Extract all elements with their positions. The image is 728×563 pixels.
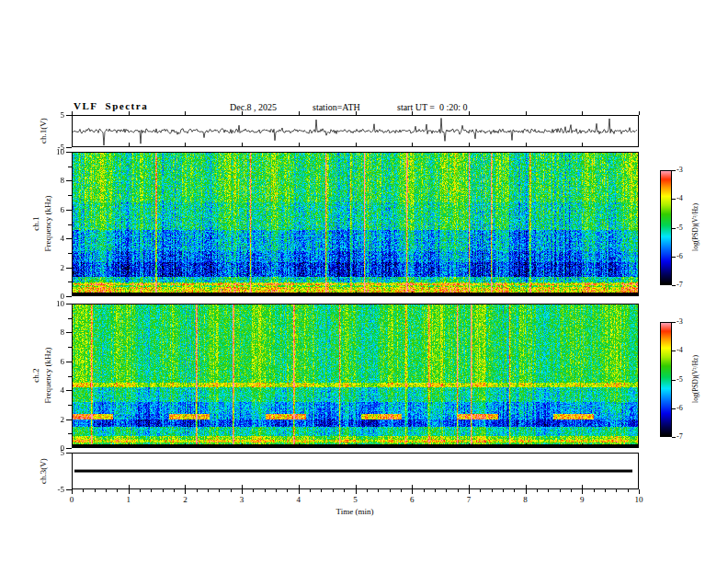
x-minor-tick	[458, 489, 459, 492]
y-minor-tick	[68, 195, 72, 196]
y-tick	[66, 296, 72, 297]
panel-x-tick	[582, 143, 583, 146]
x-tick-label: 6	[403, 496, 421, 504]
x-minor-tick	[435, 489, 436, 492]
panel-x-tick	[299, 485, 300, 488]
colorbar-tick-label: -3	[677, 318, 691, 326]
y-minor-tick	[68, 376, 72, 377]
ch3-voltage-axis-label: ch.3(V)	[40, 458, 48, 484]
x-minor-tick	[197, 489, 198, 492]
y-tick	[66, 268, 72, 269]
x-minor-tick	[605, 489, 606, 492]
y-tick-label: -5	[44, 486, 64, 494]
panel-x-tick	[469, 143, 470, 146]
x-tick	[356, 489, 357, 494]
panel-x-tick	[526, 143, 527, 146]
x-minor-tick	[106, 489, 107, 492]
colorbar-tick	[672, 199, 676, 200]
x-tick-label: 8	[517, 496, 535, 504]
x-minor-tick	[208, 489, 209, 492]
x-minor-tick	[287, 489, 288, 492]
top-x-tick	[582, 111, 583, 115]
panel-x-tick	[526, 292, 527, 295]
x-tick-label: 1	[119, 496, 138, 504]
y-minor-tick	[68, 318, 72, 319]
colorbar-tick-label: -5	[677, 376, 691, 384]
colorbar-ch2-gradient	[661, 323, 671, 436]
x-minor-tick	[219, 489, 220, 492]
y-minor-tick	[68, 224, 72, 225]
y-tick	[66, 362, 72, 362]
vlf-spectra-figure: VLF Spectra Dec.8 , 2025 station=ATH sta…	[0, 0, 728, 563]
x-minor-tick	[83, 489, 84, 492]
y-tick	[66, 210, 72, 211]
panel-x-tick	[356, 143, 357, 146]
colorbar-tick	[672, 408, 676, 409]
y-tick	[66, 238, 72, 239]
colorbar-tick-label: -7	[677, 282, 691, 289]
time-axis-label: Time (min)	[336, 508, 374, 516]
panel-x-tick	[469, 485, 470, 488]
x-minor-tick	[378, 489, 379, 492]
figure-date: Dec.8 , 2025	[230, 103, 277, 112]
x-minor-tick	[390, 489, 391, 492]
x-minor-tick	[446, 489, 447, 492]
x-tick	[469, 489, 470, 494]
ch2-spectrogram-channel-label: ch.2	[32, 368, 40, 382]
ch1-frequency-axis-label: Frequency (kHz)	[44, 195, 52, 251]
top-x-tick	[412, 111, 413, 115]
x-minor-tick	[492, 489, 493, 492]
figure-station: station=ATH	[313, 103, 360, 112]
y-tick-label: 2	[44, 264, 64, 272]
y-tick-label: 5	[44, 449, 64, 457]
x-minor-tick	[503, 489, 504, 492]
ch1-voltage-axis-label: ch.1(V)	[40, 118, 48, 144]
panel-x-tick	[242, 485, 243, 488]
panel-x-tick	[129, 485, 130, 488]
y-minor-tick	[68, 347, 72, 348]
y-minor-tick	[68, 433, 72, 434]
colorbar-tick	[672, 170, 676, 171]
panel-x-tick	[356, 485, 357, 488]
colorbar-tick-label: -7	[677, 433, 691, 441]
x-tick	[299, 489, 300, 494]
x-minor-tick	[628, 489, 629, 492]
figure-start-ut: start UT = 0 :20: 0	[397, 103, 468, 112]
x-minor-tick	[174, 489, 175, 492]
x-tick-label: 3	[233, 496, 251, 504]
x-minor-tick	[560, 489, 561, 492]
x-minor-tick	[537, 489, 538, 492]
panel-x-tick	[412, 485, 413, 488]
x-tick-label: 7	[460, 496, 478, 504]
x-tick-label: 4	[290, 496, 308, 504]
top-x-tick	[72, 111, 73, 115]
x-tick	[129, 489, 130, 494]
ch2-frequency-axis-label: Frequency (kHz)	[44, 347, 52, 403]
x-minor-tick	[548, 489, 549, 492]
colorbar-tick-label: -4	[677, 195, 691, 202]
colorbar-tick-label: -6	[677, 405, 691, 412]
top-x-tick	[356, 111, 357, 115]
panel-x-tick	[469, 292, 470, 295]
x-minor-tick	[571, 489, 572, 492]
x-minor-tick	[424, 489, 425, 492]
y-tick-label: 10	[44, 300, 64, 308]
colorbar-ch1	[660, 170, 672, 285]
x-minor-tick	[163, 489, 164, 492]
x-minor-tick	[310, 489, 311, 492]
x-minor-tick	[333, 489, 334, 492]
x-minor-tick	[367, 489, 368, 492]
figure-title: VLF Spectra	[74, 101, 148, 111]
y-minor-tick	[68, 253, 72, 254]
panel-x-tick	[299, 143, 300, 146]
y-tick	[66, 152, 72, 153]
x-tick-label: 9	[573, 496, 591, 504]
panel-x-tick	[356, 443, 357, 447]
colorbar-tick-label: -5	[677, 224, 691, 232]
y-tick	[66, 453, 72, 454]
y-tick-label: 4	[44, 235, 64, 243]
ch1-spectrogram-canvas	[73, 153, 638, 295]
colorbar-tick	[672, 285, 676, 286]
panel-x-tick	[185, 143, 186, 146]
colorbar-ch1-gradient	[661, 171, 671, 284]
